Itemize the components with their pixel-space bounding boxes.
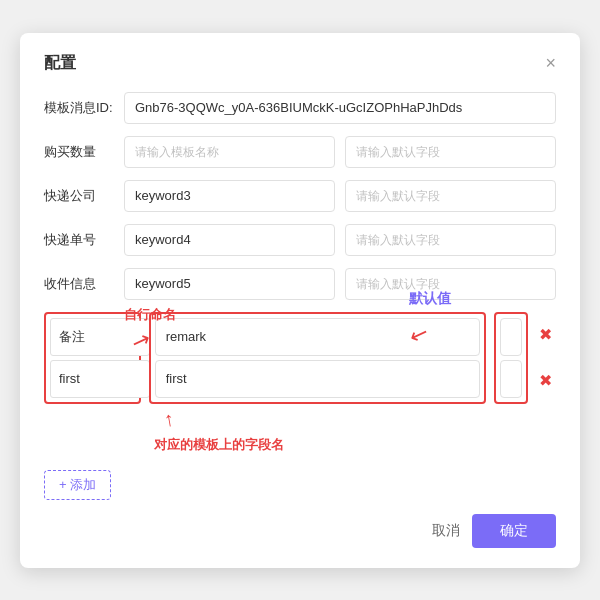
delete-row-1-button[interactable]: ✖ (534, 316, 556, 354)
add-button[interactable]: + 添加 (44, 470, 111, 500)
recipient-info-row: 收件信息 (44, 268, 556, 300)
ziduanming-annotation-label: 对应的模板上的字段名 (154, 436, 556, 454)
express-company-row: 快递公司 (44, 180, 556, 212)
right-default-input-1[interactable] (500, 318, 522, 356)
mid-keyword-box (149, 312, 486, 404)
recipient-info-default-input[interactable] (345, 268, 556, 300)
config-dialog: 配置 × 模板消息ID: 购买数量 快递公司 快递单号 收件信息 (20, 33, 580, 568)
ziduanming-arrow-icon: ↑ (162, 407, 176, 431)
template-id-row: 模板消息ID: (44, 92, 556, 124)
purchase-qty-keyword-input[interactable] (124, 136, 335, 168)
left-label-box: 备注 first (44, 312, 141, 404)
right-area: ✖ ✖ (494, 312, 556, 404)
purchase-qty-label: 购买数量 (44, 143, 124, 161)
purchase-qty-row: 购买数量 (44, 136, 556, 168)
express-company-keyword-input[interactable] (124, 180, 335, 212)
delete-buttons-group: ✖ ✖ (532, 312, 556, 400)
tracking-number-inputs (124, 224, 556, 256)
ziduanming-annotation-area: ↑ 对应的模板上的字段名 (154, 436, 556, 454)
cancel-button[interactable]: 取消 (432, 522, 460, 540)
close-button[interactable]: × (545, 54, 556, 72)
mid-first-input[interactable] (155, 360, 480, 398)
delete-row-2-button[interactable]: ✖ (534, 362, 556, 400)
dialog-footer: 取消 确定 (44, 514, 556, 548)
right-default-input-2[interactable] (500, 360, 522, 398)
tracking-number-label: 快递单号 (44, 231, 124, 249)
tracking-number-keyword-input[interactable] (124, 224, 335, 256)
express-company-default-input[interactable] (345, 180, 556, 212)
left-cell-remark: 备注 (50, 318, 150, 356)
tracking-number-row: 快递单号 (44, 224, 556, 256)
express-company-inputs (124, 180, 556, 212)
annotation-area: 自行命名 ↙ 默认值 ↙ 备注 first (44, 312, 556, 454)
annotation-boxes-row: 备注 first ✖ ✖ (44, 312, 556, 404)
confirm-button[interactable]: 确定 (472, 514, 556, 548)
recipient-info-keyword-input[interactable] (124, 268, 335, 300)
express-company-label: 快递公司 (44, 187, 124, 205)
template-id-input[interactable] (124, 92, 556, 124)
left-cell-first: first (50, 360, 150, 398)
recipient-info-inputs (124, 268, 556, 300)
template-id-label: 模板消息ID: (44, 99, 124, 117)
dialog-title: 配置 (44, 53, 76, 74)
add-row-area: + 添加 (44, 462, 556, 500)
recipient-info-label: 收件信息 (44, 275, 124, 293)
purchase-qty-default-input[interactable] (345, 136, 556, 168)
left-cell-first-wrapper: first (50, 360, 135, 398)
purchase-qty-inputs (124, 136, 556, 168)
tracking-number-default-input[interactable] (345, 224, 556, 256)
dialog-header: 配置 × (44, 53, 556, 74)
right-default-box (494, 312, 528, 404)
mid-remark-input[interactable] (155, 318, 480, 356)
